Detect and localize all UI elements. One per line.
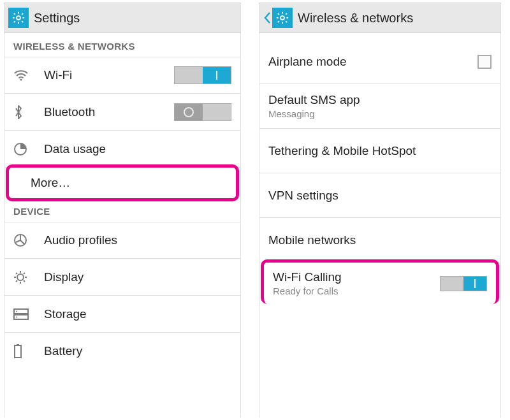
svg-point-4 [17,274,24,280]
tethering-label: Tethering & Mobile HotSpot [268,144,492,158]
wifi-label: Wi-Fi [44,68,174,82]
data-usage-icon [13,142,35,156]
bluetooth-row[interactable]: Bluetooth [4,94,240,131]
airplane-mode-row[interactable]: Airplane mode [259,40,500,84]
display-icon [13,270,35,284]
wifi-calling-sub: Ready for Calls [273,286,440,296]
storage-label: Storage [44,307,231,321]
audio-profiles-label: Audio profiles [44,233,231,247]
svg-point-11 [280,16,284,20]
svg-rect-9 [15,345,21,358]
wifi-calling-toggle[interactable] [440,276,487,291]
svg-point-7 [16,310,17,312]
wifi-row[interactable]: Wi-Fi [4,57,240,94]
bluetooth-toggle[interactable] [174,103,231,121]
wireless-list: Airplane mode Default SMS app Messaging … [259,33,500,301]
svg-point-0 [17,16,20,20]
section-wireless-networks: WIRELESS & NETWORKS [4,33,240,57]
tethering-row[interactable]: Tethering & Mobile HotSpot [259,129,500,173]
settings-list: WIRELESS & NETWORKS Wi-Fi Blu [4,33,240,370]
storage-row[interactable]: Storage [4,296,240,333]
bluetooth-icon [13,105,35,120]
more-row[interactable]: More… [6,164,239,201]
svg-point-8 [16,316,17,317]
wifi-calling-row[interactable]: Wi-Fi Calling Ready for Calls [261,259,499,304]
bluetooth-label: Bluetooth [44,105,174,119]
mobile-networks-label: Mobile networks [268,233,492,247]
battery-icon [13,344,35,359]
data-usage-row[interactable]: Data usage [4,131,240,168]
battery-label: Battery [44,344,231,358]
header: Settings [4,3,240,33]
svg-point-1 [20,78,22,80]
display-row[interactable]: Display [4,259,240,296]
wireless-networks-screen: Wireless & networks Airplane mode Defaul… [259,3,501,417]
default-sms-row[interactable]: Default SMS app Messaging [259,84,500,129]
back-icon[interactable] [263,11,271,24]
mobile-networks-row[interactable]: Mobile networks [259,218,500,263]
vpn-label: VPN settings [268,189,492,203]
audio-profiles-icon [13,233,35,247]
vpn-row[interactable]: VPN settings [259,173,500,218]
gear-icon [272,8,293,28]
wifi-calling-label: Wi-Fi Calling [273,270,440,284]
wifi-toggle[interactable] [174,66,231,84]
header: Wireless & networks [259,3,500,33]
battery-row[interactable]: Battery [4,333,240,370]
default-sms-sub: Messaging [268,108,492,119]
default-sms-label: Default SMS app [268,93,492,107]
airplane-mode-checkbox[interactable] [477,55,492,69]
section-device: DEVICE [4,198,240,222]
svg-rect-10 [17,344,19,346]
audio-profiles-row[interactable]: Audio profiles [4,222,240,259]
settings-screen: Settings WIRELESS & NETWORKS Wi-Fi [4,3,241,417]
storage-icon [13,308,35,320]
page-title: Wireless & networks [298,11,413,25]
gear-icon [8,8,29,28]
airplane-mode-label: Airplane mode [268,55,477,69]
more-label: More… [31,176,227,190]
wifi-icon [13,69,35,82]
display-label: Display [44,270,231,284]
data-usage-label: Data usage [44,142,231,156]
page-title: Settings [34,11,80,25]
